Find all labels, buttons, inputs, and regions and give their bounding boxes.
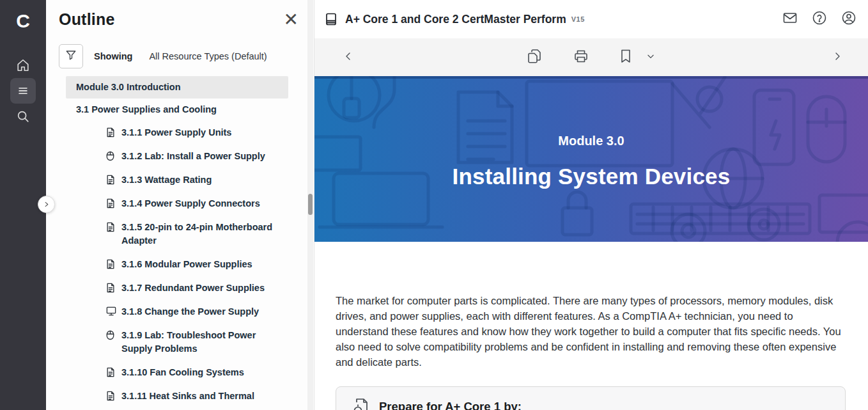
course-version: V15 — [571, 15, 585, 23]
document-icon — [106, 367, 116, 377]
outline-item-label: 3.1.4 Power Supply Connectors — [121, 197, 260, 210]
comptia-logo: C — [16, 6, 30, 36]
document-icon — [106, 391, 116, 401]
bookmark-button[interactable] — [620, 49, 632, 66]
outline-item[interactable]: 3.1.11 Heat Sinks and Thermal — [46, 384, 314, 408]
mouse-icon — [106, 330, 116, 340]
intro-paragraph: The market for computer parts is complic… — [336, 293, 842, 370]
outline-item[interactable]: 3.1.4 Power Supply Connectors — [46, 192, 314, 216]
close-outline-button[interactable]: ✕ — [284, 11, 298, 29]
prepare-heading: Prepare for A+ Core 1 by: — [379, 400, 522, 410]
outline-item[interactable]: 3.1.6 Modular Power Supplies — [46, 253, 314, 276]
outline-item-label: 3.1.2 Lab: Install a Power Supply — [121, 150, 265, 163]
outline-list: Module 3.0 Introduction 3.1 Power Suppli… — [46, 76, 314, 408]
process-document-icon — [353, 397, 369, 410]
filter-funnel-icon — [65, 49, 77, 63]
outline-scrollbar-thumb[interactable] — [308, 194, 313, 215]
help-button[interactable] — [812, 10, 827, 28]
search-icon — [16, 109, 30, 123]
mouse-icon — [106, 151, 116, 161]
bookmark-icon — [620, 49, 632, 66]
print-button[interactable] — [573, 49, 589, 67]
menu-icon — [17, 84, 29, 97]
document-icon — [106, 222, 116, 232]
home-button[interactable] — [10, 52, 36, 78]
outline-panel: Outline ✕ Showing All Resource Types (De… — [46, 0, 314, 410]
chevron-down-icon — [646, 52, 655, 63]
home-icon — [16, 58, 30, 72]
forward-icon — [832, 51, 842, 64]
monitor-icon — [106, 306, 116, 316]
print-icon — [573, 49, 589, 67]
filter-button[interactable] — [59, 44, 83, 68]
back-icon — [343, 51, 353, 64]
outline-item-label: 3.1.9 Lab: Troubleshoot Power Supply Pro… — [121, 329, 281, 356]
document-icon — [106, 175, 116, 185]
outline-item-label: Module 3.0 Introduction — [76, 81, 181, 94]
outline-menu-button[interactable] — [10, 78, 36, 104]
outline-title: Outline — [59, 10, 115, 29]
outline-item[interactable]: Module 3.0 Introduction — [66, 76, 288, 99]
outline-item-label: 3.1.10 Fan Cooling Systems — [121, 366, 244, 379]
content-toolbar — [314, 38, 868, 76]
filter-showing-label: Showing — [94, 51, 132, 61]
outline-item[interactable]: 3.1.8 Change the Power Supply — [46, 300, 314, 324]
outline-item[interactable]: 3.1.7 Redundant Power Supplies — [46, 276, 314, 300]
module-hero-banner: Module 3.0 Installing System Devices — [314, 76, 868, 242]
prepare-callout-card: Prepare for A+ Core 1 by: — [336, 386, 846, 410]
outline-item-label: 3.1.8 Change the Power Supply — [121, 305, 259, 319]
outline-item[interactable]: 3.1.5 20-pin to 24-pin Motherboard Adapt… — [46, 216, 314, 253]
chevron-right-icon — [43, 199, 50, 210]
course-header: A+ Core 1 and Core 2 CertMaster Perform … — [314, 0, 868, 38]
outline-item-label: 3.1.6 Modular Power Supplies — [121, 258, 252, 271]
lesson-content: The market for computer parts is complic… — [314, 242, 868, 410]
close-icon: ✕ — [284, 10, 298, 29]
help-icon — [812, 10, 827, 28]
search-button[interactable] — [10, 104, 36, 129]
account-button[interactable] — [841, 10, 856, 28]
outline-item-label: 3.1 Power Supplies and Cooling — [76, 103, 217, 116]
copy-icon — [527, 49, 541, 67]
previous-page-button[interactable] — [343, 51, 353, 64]
outline-item[interactable]: 3.1.2 Lab: Install a Power Supply — [46, 145, 314, 168]
outline-item[interactable]: 3.1 Power Supplies and Cooling — [46, 99, 314, 121]
document-icon — [106, 198, 116, 209]
app: C — [0, 0, 868, 410]
outline-item[interactable]: 3.1.9 Lab: Troubleshoot Power Supply Pro… — [46, 324, 314, 361]
outline-item-label: 3.1.3 Wattage Rating — [121, 173, 212, 187]
copy-button[interactable] — [527, 49, 541, 67]
module-label: Module 3.0 — [558, 134, 624, 148]
messages-button[interactable] — [782, 10, 798, 28]
outline-item-label: 3.1.1 Power Supply Units — [121, 126, 231, 139]
document-icon — [106, 283, 116, 293]
outline-item-label: 3.1.5 20-pin to 24-pin Motherboard Adapt… — [121, 221, 281, 248]
module-title: Installing System Devices — [453, 164, 731, 189]
book-icon — [325, 13, 337, 26]
mail-icon — [782, 10, 798, 28]
document-icon — [106, 127, 116, 138]
panel-expander-button[interactable] — [38, 196, 55, 213]
next-page-button[interactable] — [832, 51, 842, 64]
outline-item[interactable]: 3.1.10 Fan Cooling Systems — [46, 361, 314, 384]
bookmark-menu-button[interactable] — [646, 52, 655, 63]
outline-item[interactable]: 3.1.1 Power Supply Units — [46, 121, 314, 145]
filter-value: All Resource Types (Default) — [149, 51, 267, 61]
course-title: A+ Core 1 and Core 2 CertMaster Perform — [345, 13, 566, 26]
account-icon — [841, 10, 856, 28]
document-icon — [106, 259, 116, 269]
main-area: A+ Core 1 and Core 2 CertMaster Perform … — [314, 0, 868, 410]
outline-item[interactable]: 3.1.3 Wattage Rating — [46, 168, 314, 192]
outline-item-label: 3.1.11 Heat Sinks and Thermal — [121, 390, 254, 403]
outline-item-label: 3.1.7 Redundant Power Supplies — [121, 281, 265, 295]
